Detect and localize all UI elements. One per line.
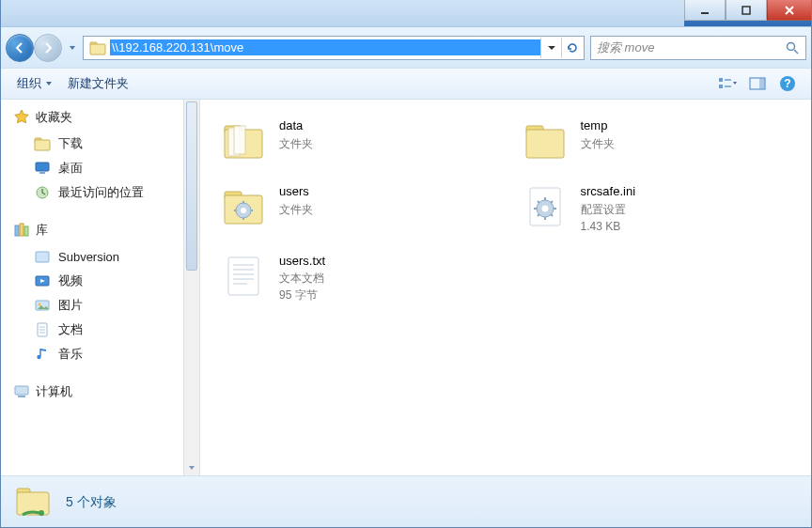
svg-rect-24	[36, 252, 49, 262]
sidebar-item-music[interactable]: 音乐	[13, 342, 183, 366]
svg-line-59	[538, 214, 539, 216]
svg-rect-34	[18, 396, 25, 397]
forward-button[interactable]	[34, 34, 62, 62]
file-type: 文件夹	[279, 135, 313, 152]
folder-icon	[521, 116, 570, 165]
history-dropdown-icon[interactable]	[68, 41, 77, 54]
file-type: 文件夹	[279, 201, 313, 218]
folder-icon	[219, 116, 268, 165]
file-size: 1.43 KB	[581, 218, 636, 235]
svg-rect-23	[24, 226, 28, 236]
pictures-icon	[34, 297, 51, 314]
file-name: temp	[581, 116, 615, 135]
file-name: users.txt	[279, 252, 325, 271]
libraries-label: 库	[36, 222, 48, 239]
svg-point-6	[788, 42, 795, 50]
file-item[interactable]: temp 文件夹	[521, 116, 794, 165]
txt-file-icon	[219, 252, 268, 301]
sidebar-scrollbar[interactable]	[183, 100, 200, 475]
ini-file-icon	[521, 182, 570, 231]
recent-icon	[34, 184, 51, 201]
navigation-bar: \\192.168.220.131\move 搜索 move	[0, 26, 812, 68]
sidebar-item-subversion[interactable]: Subversion	[13, 244, 183, 269]
svg-rect-19	[39, 172, 45, 174]
sidebar-item-label: Subversion	[58, 250, 119, 264]
sidebar-item-label: 音乐	[58, 346, 83, 363]
search-placeholder: 搜索 move	[597, 39, 785, 56]
scroll-thumb[interactable]	[186, 101, 197, 271]
svg-point-68	[39, 510, 44, 516]
svg-rect-13	[759, 78, 765, 89]
svg-rect-18	[36, 163, 49, 171]
file-name: data	[279, 116, 313, 135]
back-button[interactable]	[6, 34, 34, 62]
svg-rect-9	[719, 85, 723, 88]
refresh-button[interactable]	[561, 38, 582, 58]
organize-menu[interactable]: 组织	[9, 71, 60, 96]
new-folder-label: 新建文件夹	[68, 75, 129, 92]
svg-point-27	[39, 303, 41, 306]
folder-icon	[89, 39, 106, 56]
libraries-group[interactable]: 库	[13, 222, 183, 239]
file-type: 文件夹	[581, 135, 615, 152]
sidebar-item-videos[interactable]: 视频	[13, 269, 183, 293]
new-folder-button[interactable]: 新建文件夹	[60, 71, 136, 96]
svg-rect-22	[20, 224, 23, 236]
file-item[interactable]: users.txt 文本文档 95 字节	[219, 252, 492, 304]
svg-line-57	[551, 214, 553, 216]
file-item[interactable]: users 文件夹	[219, 182, 492, 235]
chevron-down-icon	[45, 80, 53, 87]
address-bar[interactable]: \\192.168.220.131\move	[83, 36, 585, 60]
libraries-icon	[13, 222, 30, 239]
subversion-icon	[34, 248, 51, 265]
star-icon	[13, 109, 30, 126]
address-path[interactable]: \\192.168.220.131\move	[110, 39, 540, 55]
file-name: srcsafe.ini	[581, 182, 636, 201]
svg-rect-1	[742, 7, 750, 14]
help-button[interactable]: ?	[774, 72, 801, 95]
svg-rect-17	[35, 140, 50, 150]
svg-line-7	[794, 50, 798, 54]
view-options-button[interactable]	[714, 72, 741, 95]
sidebar-item-documents[interactable]: 文档	[13, 318, 183, 342]
svg-rect-38	[234, 126, 245, 154]
svg-rect-21	[15, 225, 19, 236]
svg-point-44	[241, 208, 246, 213]
desktop-icon	[34, 160, 51, 177]
sidebar-item-label: 最近访问的位置	[58, 184, 144, 201]
computer-label: 计算机	[36, 383, 72, 400]
computer-group[interactable]: 计算机	[13, 383, 183, 400]
favorites-group[interactable]: 收藏夹	[13, 109, 183, 126]
file-item[interactable]: srcsafe.ini 配置设置 1.43 KB	[521, 182, 794, 235]
svg-rect-40	[526, 130, 564, 158]
svg-line-58	[551, 201, 553, 203]
folder-share-icon	[13, 483, 53, 522]
svg-line-56	[538, 201, 539, 203]
music-icon	[34, 346, 51, 363]
sidebar-item-recent[interactable]: 最近访问的位置	[13, 180, 183, 205]
preview-pane-button[interactable]	[744, 72, 771, 95]
window-controls	[684, 0, 812, 26]
scroll-down-icon[interactable]	[184, 460, 199, 475]
maximize-button[interactable]	[726, 0, 767, 21]
sidebar-item-desktop[interactable]: 桌面	[13, 156, 183, 180]
sidebar-item-label: 桌面	[58, 160, 83, 177]
file-type: 配置设置	[581, 201, 636, 218]
sidebar-item-downloads[interactable]: 下载	[13, 132, 183, 156]
computer-icon	[13, 383, 30, 400]
organize-label: 组织	[17, 75, 41, 92]
sidebar-item-pictures[interactable]: 图片	[13, 293, 183, 318]
search-icon	[785, 40, 800, 55]
close-button[interactable]	[767, 0, 812, 21]
command-bar: 组织 新建文件夹 ?	[0, 68, 812, 100]
video-icon	[34, 272, 51, 289]
minimize-button[interactable]	[684, 0, 726, 21]
sidebar-item-label: 文档	[58, 321, 83, 338]
file-item[interactable]: data 文件夹	[219, 116, 492, 165]
svg-rect-8	[719, 78, 723, 82]
status-text: 5 个对象	[66, 494, 117, 511]
address-dropdown-icon[interactable]	[540, 38, 561, 58]
svg-rect-60	[228, 257, 258, 295]
search-box[interactable]: 搜索 move	[590, 36, 806, 60]
file-list: data 文件夹 temp 文件夹 users 文件夹	[200, 100, 812, 475]
